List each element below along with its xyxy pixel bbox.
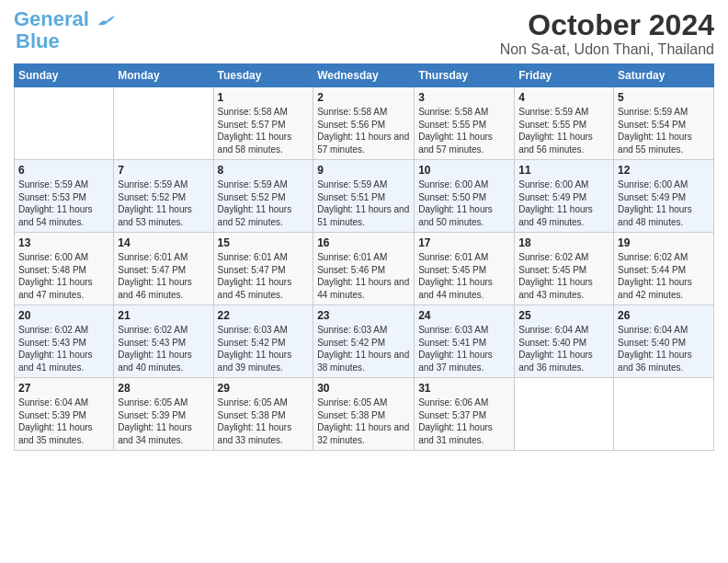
calendar-cell: 3Sunrise: 5:58 AMSunset: 5:55 PMDaylight… [415, 87, 515, 160]
sunset-text: Sunset: 5:44 PM [618, 265, 686, 275]
calendar-cell: 16Sunrise: 6:01 AMSunset: 5:46 PMDayligh… [313, 233, 415, 305]
day-info: Sunrise: 5:59 AMSunset: 5:51 PMDaylight:… [317, 178, 410, 228]
sunset-text: Sunset: 5:47 PM [218, 265, 286, 275]
day-info: Sunrise: 6:02 AMSunset: 5:43 PMDaylight:… [18, 324, 109, 373]
calendar-cell: 15Sunrise: 6:01 AMSunset: 5:47 PMDayligh… [213, 233, 313, 305]
sunrise-text: Sunrise: 6:00 AM [618, 179, 688, 190]
sunrise-text: Sunrise: 6:01 AM [118, 252, 188, 262]
sunrise-text: Sunrise: 6:05 AM [118, 397, 188, 408]
calendar-cell: 23Sunrise: 6:03 AMSunset: 5:42 PMDayligh… [313, 305, 415, 378]
sunrise-text: Sunrise: 6:02 AM [18, 325, 88, 335]
sunset-text: Sunset: 5:52 PM [218, 192, 286, 202]
day-info: Sunrise: 6:04 AMSunset: 5:39 PMDaylight:… [18, 396, 109, 446]
sunset-text: Sunset: 5:52 PM [118, 192, 186, 202]
sunrise-text: Sunrise: 6:01 AM [218, 252, 288, 262]
col-monday: Monday [114, 64, 213, 87]
calendar-cell [114, 87, 213, 160]
sunrise-text: Sunrise: 6:01 AM [418, 252, 488, 262]
calendar-cell: 29Sunrise: 6:05 AMSunset: 5:38 PMDayligh… [213, 378, 313, 451]
logo-bird-icon [97, 12, 117, 29]
daylight-text: Daylight: 11 hours and 36 minutes. [618, 350, 692, 373]
daylight-text: Daylight: 11 hours and 52 minutes. [218, 204, 292, 227]
daylight-text: Daylight: 11 hours and 57 minutes. [418, 132, 493, 155]
sunrise-text: Sunrise: 6:03 AM [418, 325, 488, 335]
daylight-text: Daylight: 11 hours and 33 minutes. [218, 422, 292, 445]
calendar-week-row: 20Sunrise: 6:02 AMSunset: 5:43 PMDayligh… [15, 305, 714, 378]
daylight-text: Daylight: 11 hours and 32 minutes. [317, 422, 409, 445]
sunrise-text: Sunrise: 6:00 AM [18, 252, 88, 262]
day-number: 25 [518, 309, 609, 322]
sunrise-text: Sunrise: 5:59 AM [218, 179, 288, 190]
sunrise-text: Sunrise: 5:59 AM [518, 107, 588, 117]
day-info: Sunrise: 6:00 AMSunset: 5:48 PMDaylight:… [18, 251, 109, 301]
sunset-text: Sunset: 5:40 PM [518, 338, 586, 348]
calendar-week-row: 6Sunrise: 5:59 AMSunset: 5:53 PMDaylight… [15, 160, 714, 233]
day-number: 17 [418, 236, 510, 249]
calendar-cell: 27Sunrise: 6:04 AMSunset: 5:39 PMDayligh… [15, 378, 114, 451]
daylight-text: Daylight: 11 hours and 40 minutes. [118, 350, 192, 373]
calendar-cell: 10Sunrise: 6:00 AMSunset: 5:50 PMDayligh… [415, 160, 515, 233]
calendar-cell: 7Sunrise: 5:59 AMSunset: 5:52 PMDaylight… [114, 160, 213, 233]
sunrise-text: Sunrise: 5:58 AM [218, 107, 288, 117]
day-number: 14 [118, 236, 209, 249]
logo-blue: Blue [16, 29, 60, 53]
calendar-cell: 2Sunrise: 5:58 AMSunset: 5:56 PMDaylight… [313, 87, 415, 160]
day-number: 7 [118, 164, 209, 177]
daylight-text: Daylight: 11 hours and 44 minutes. [317, 277, 409, 300]
calendar-cell: 25Sunrise: 6:04 AMSunset: 5:40 PMDayligh… [515, 305, 614, 378]
daylight-text: Daylight: 11 hours and 53 minutes. [118, 204, 192, 227]
sunset-text: Sunset: 5:49 PM [518, 192, 586, 202]
day-info: Sunrise: 6:02 AMSunset: 5:44 PMDaylight:… [618, 251, 710, 301]
daylight-text: Daylight: 11 hours and 35 minutes. [18, 422, 93, 445]
daylight-text: Daylight: 11 hours and 45 minutes. [218, 277, 292, 300]
calendar-cell [614, 378, 714, 451]
calendar-cell: 20Sunrise: 6:02 AMSunset: 5:43 PMDayligh… [15, 305, 114, 378]
calendar-header-row: Sunday Monday Tuesday Wednesday Thursday… [15, 64, 714, 87]
sunset-text: Sunset: 5:51 PM [317, 192, 385, 202]
day-number: 26 [618, 309, 710, 322]
calendar-cell: 18Sunrise: 6:02 AMSunset: 5:45 PMDayligh… [515, 233, 614, 305]
day-number: 18 [518, 236, 609, 249]
sunset-text: Sunset: 5:37 PM [418, 410, 486, 420]
day-info: Sunrise: 6:03 AMSunset: 5:41 PMDaylight:… [418, 324, 510, 373]
sunset-text: Sunset: 5:39 PM [18, 410, 86, 420]
day-info: Sunrise: 6:04 AMSunset: 5:40 PMDaylight:… [518, 324, 609, 373]
day-number: 6 [18, 164, 109, 177]
calendar-week-row: 27Sunrise: 6:04 AMSunset: 5:39 PMDayligh… [15, 378, 714, 451]
calendar-cell: 9Sunrise: 5:59 AMSunset: 5:51 PMDaylight… [313, 160, 415, 233]
col-thursday: Thursday [415, 64, 515, 87]
sunrise-text: Sunrise: 6:05 AM [218, 397, 288, 408]
daylight-text: Daylight: 11 hours and 50 minutes. [418, 204, 493, 227]
sunset-text: Sunset: 5:38 PM [317, 410, 385, 420]
daylight-text: Daylight: 11 hours and 36 minutes. [518, 350, 593, 373]
sunset-text: Sunset: 5:46 PM [317, 265, 385, 275]
daylight-text: Daylight: 11 hours and 49 minutes. [518, 204, 593, 227]
day-number: 9 [317, 164, 410, 177]
sunset-text: Sunset: 5:55 PM [518, 120, 586, 130]
day-info: Sunrise: 6:02 AMSunset: 5:45 PMDaylight:… [518, 251, 609, 301]
daylight-text: Daylight: 11 hours and 56 minutes. [518, 132, 593, 155]
title-block: October 2024 Non Sa-at, Udon Thani, Thai… [500, 9, 714, 58]
day-info: Sunrise: 5:59 AMSunset: 5:52 PMDaylight:… [218, 178, 310, 228]
day-info: Sunrise: 5:59 AMSunset: 5:53 PMDaylight:… [18, 178, 109, 228]
day-info: Sunrise: 5:59 AMSunset: 5:54 PMDaylight:… [618, 106, 710, 155]
day-number: 28 [118, 382, 209, 395]
day-info: Sunrise: 6:01 AMSunset: 5:45 PMDaylight:… [418, 251, 510, 301]
day-number: 23 [317, 309, 410, 322]
page: General Blue October 2024 Non Sa-at, Udo… [0, 0, 728, 563]
sunrise-text: Sunrise: 6:04 AM [618, 325, 688, 335]
sunrise-text: Sunrise: 6:05 AM [317, 397, 387, 408]
sunset-text: Sunset: 5:47 PM [118, 265, 186, 275]
day-info: Sunrise: 6:02 AMSunset: 5:43 PMDaylight:… [118, 324, 209, 373]
sunrise-text: Sunrise: 5:58 AM [317, 107, 387, 117]
sunrise-text: Sunrise: 5:59 AM [18, 179, 88, 190]
daylight-text: Daylight: 11 hours and 39 minutes. [218, 350, 292, 373]
sunset-text: Sunset: 5:53 PM [18, 192, 86, 202]
day-number: 12 [618, 164, 710, 177]
calendar-cell: 21Sunrise: 6:02 AMSunset: 5:43 PMDayligh… [114, 305, 213, 378]
calendar-cell: 11Sunrise: 6:00 AMSunset: 5:49 PMDayligh… [515, 160, 614, 233]
col-saturday: Saturday [614, 64, 714, 87]
day-info: Sunrise: 6:04 AMSunset: 5:40 PMDaylight:… [618, 324, 710, 373]
day-number: 15 [218, 236, 310, 249]
calendar-cell: 19Sunrise: 6:02 AMSunset: 5:44 PMDayligh… [614, 233, 714, 305]
